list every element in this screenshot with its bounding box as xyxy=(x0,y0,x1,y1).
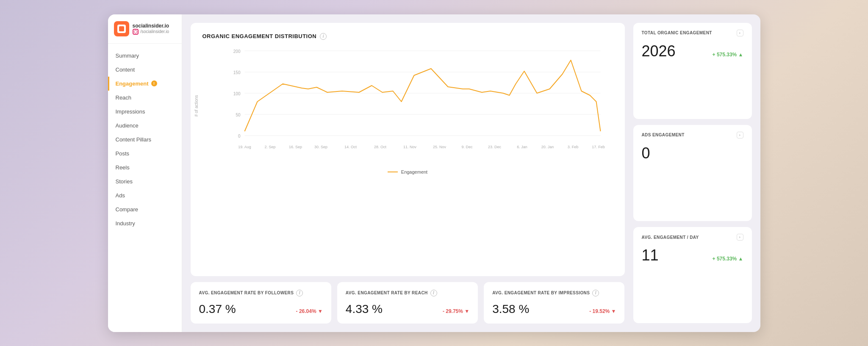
metric-card-title-1: AVG. ENGAGEMENT RATE BY REACH i xyxy=(346,290,469,296)
metric-card-title-2: AVG. ENGAGEMENT RATE BY IMPRESSIONS i xyxy=(492,290,616,296)
svg-text:17. Feb: 17. Feb xyxy=(592,145,605,149)
sidebar-item-reach[interactable]: Reach xyxy=(108,91,182,105)
stat-value-avg_engagement_day: 11 xyxy=(642,246,659,264)
svg-text:14. Oct: 14. Oct xyxy=(344,145,357,149)
svg-text:2. Sep: 2. Sep xyxy=(264,145,275,149)
metric-info-icon-0[interactable]: i xyxy=(296,290,303,296)
svg-text:3. Feb: 3. Feb xyxy=(567,145,578,149)
sidebar-item-content[interactable]: Content xyxy=(108,63,182,77)
metric-value-row-2: 3.58 % - 19.52% ▼ xyxy=(492,302,616,316)
sidebar-item-engagement[interactable]: Engagement! xyxy=(108,77,182,91)
metric-info-icon-1[interactable]: i xyxy=(430,290,437,296)
stat-change-total_organic: + 575.33% ▲ xyxy=(713,52,743,58)
instagram-icon xyxy=(133,29,139,35)
stat-card-avg_engagement_day: AVG. ENGAGEMENT / DAY › 11 + 575.33% ▲ xyxy=(633,227,752,323)
chart-area: 0 50 100 150 200 19. Aug 2. Sep 16. Se xyxy=(224,47,613,165)
sidebar-nav: SummaryContentEngagement!ReachImpression… xyxy=(108,44,182,324)
metric-value-row-1: 4.33 % - 29.75% ▼ xyxy=(346,302,469,316)
chevron-icon-avg_engagement_day[interactable]: › xyxy=(737,234,743,241)
metric-card-2: AVG. ENGAGEMENT RATE BY IMPRESSIONS i 3.… xyxy=(484,282,624,324)
brand-handle: /socialinsider.io xyxy=(133,29,169,35)
stat-card-ads_engagement: ADS ENGAGEMENT › 0 xyxy=(633,125,752,221)
brand-name: socialinsider.io xyxy=(133,23,169,29)
metric-change-1: - 29.75% ▼ xyxy=(443,308,469,314)
svg-text:0: 0 xyxy=(238,134,240,138)
stat-card-title-total_organic: TOTAL ORGANIC ENGAGEMENT › xyxy=(642,30,743,36)
svg-text:50: 50 xyxy=(236,113,241,117)
sidebar: socialinsider.io /socialinsider.io Summa… xyxy=(108,14,182,332)
svg-text:9. Dec: 9. Dec xyxy=(461,145,473,149)
chart-title-row: ORGANIC ENGAGEMENT DISTRIBUTION i xyxy=(202,33,613,40)
metric-value-0: 0.37 % xyxy=(199,302,236,316)
stat-value-row-avg_engagement_day: 11 + 575.33% ▲ xyxy=(642,246,743,264)
legend-line xyxy=(388,172,398,172)
metric-card-0: AVG. ENGAGEMENT RATE BY FOLLOWERS i 0.37… xyxy=(191,282,331,324)
metric-change-0: - 26.04% ▼ xyxy=(296,308,323,314)
chart-card: ORGANIC ENGAGEMENT DISTRIBUTION i # of a… xyxy=(191,23,625,276)
metric-info-icon-2[interactable]: i xyxy=(592,290,599,296)
sidebar-header: socialinsider.io /socialinsider.io xyxy=(108,14,182,44)
chart-title: ORGANIC ENGAGEMENT DISTRIBUTION xyxy=(202,33,317,39)
metric-card-1: AVG. ENGAGEMENT RATE BY REACH i 4.33 % -… xyxy=(337,282,478,324)
svg-text:100: 100 xyxy=(233,91,240,96)
metric-card-title-0: AVG. ENGAGEMENT RATE BY FOLLOWERS i xyxy=(199,290,323,296)
svg-text:16. Sep: 16. Sep xyxy=(288,145,302,149)
chart-info-icon[interactable]: i xyxy=(320,33,327,40)
legend-label: Engagement xyxy=(401,169,427,174)
stat-card-title-ads_engagement: ADS ENGAGEMENT › xyxy=(642,132,743,138)
sidebar-item-impressions[interactable]: Impressions xyxy=(108,105,182,119)
main-content: ORGANIC ENGAGEMENT DISTRIBUTION i # of a… xyxy=(182,14,633,332)
chart-svg: 0 50 100 150 200 19. Aug 2. Sep 16. Se xyxy=(224,47,613,165)
sidebar-brand-info: socialinsider.io /socialinsider.io xyxy=(133,23,169,35)
stat-value-ads_engagement: 0 xyxy=(642,144,650,162)
engagement-badge: ! xyxy=(151,80,157,86)
metric-value-2: 3.58 % xyxy=(492,302,529,316)
svg-text:6. Jan: 6. Jan xyxy=(517,145,527,149)
svg-text:28. Oct: 28. Oct xyxy=(374,145,386,149)
sidebar-item-industry[interactable]: Industry xyxy=(108,216,182,230)
svg-text:30. Sep: 30. Sep xyxy=(314,145,327,149)
metric-value-row-0: 0.37 % - 26.04% ▼ xyxy=(199,302,323,316)
svg-text:23. Dec: 23. Dec xyxy=(488,145,501,149)
sidebar-item-posts[interactable]: Posts xyxy=(108,147,182,161)
sidebar-item-content-pillars[interactable]: Content Pillars xyxy=(108,133,182,147)
sidebar-item-audience[interactable]: Audience xyxy=(108,119,182,133)
stat-value-row-total_organic: 2026 + 575.33% ▲ xyxy=(642,42,743,60)
stat-card-title-avg_engagement_day: AVG. ENGAGEMENT / DAY › xyxy=(642,234,743,241)
stat-value-row-ads_engagement: 0 xyxy=(642,144,743,162)
chart-wrapper: # of actions 0 50 100 150 200 xyxy=(202,47,613,165)
svg-text:200: 200 xyxy=(233,49,240,54)
chevron-icon-total_organic[interactable]: › xyxy=(737,30,743,36)
chevron-icon-ads_engagement[interactable]: › xyxy=(737,132,743,138)
bottom-row: AVG. ENGAGEMENT RATE BY FOLLOWERS i 0.37… xyxy=(191,282,625,324)
stat-card-total_organic: TOTAL ORGANIC ENGAGEMENT › 2026 + 575.33… xyxy=(633,23,752,119)
sidebar-item-summary[interactable]: Summary xyxy=(108,49,182,63)
stat-change-avg_engagement_day: + 575.33% ▲ xyxy=(713,256,743,262)
svg-text:150: 150 xyxy=(233,70,240,75)
metric-change-2: - 19.52% ▼ xyxy=(589,308,616,314)
sidebar-item-stories[interactable]: Stories xyxy=(108,174,182,188)
y-axis-label: # of actions xyxy=(194,95,199,116)
svg-text:19. Aug: 19. Aug xyxy=(238,145,251,149)
svg-text:11. Nov: 11. Nov xyxy=(403,145,416,149)
sidebar-item-reels[interactable]: Reels xyxy=(108,161,182,174)
svg-text:20. Jan: 20. Jan xyxy=(541,145,554,149)
chart-legend: Engagement xyxy=(202,169,613,174)
app-container: socialinsider.io /socialinsider.io Summa… xyxy=(108,14,760,332)
stat-value-total_organic: 2026 xyxy=(642,42,676,60)
right-panel: TOTAL ORGANIC ENGAGEMENT › 2026 + 575.33… xyxy=(633,14,760,332)
metric-value-1: 4.33 % xyxy=(346,302,383,316)
sidebar-item-compare[interactable]: Compare xyxy=(108,202,182,216)
sidebar-item-ads[interactable]: Ads xyxy=(108,188,182,202)
svg-text:25. Nov: 25. Nov xyxy=(433,145,446,149)
brand-logo xyxy=(114,21,129,36)
